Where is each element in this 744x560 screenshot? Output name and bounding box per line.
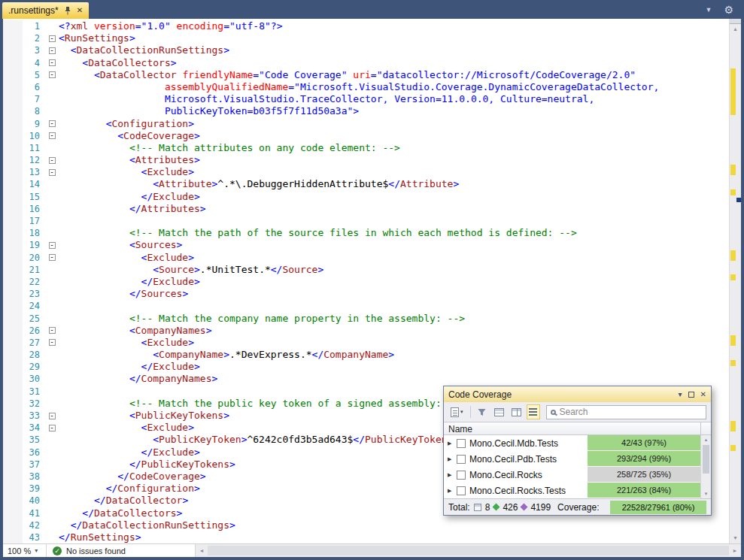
breakpoint-margin[interactable] — [3, 386, 23, 398]
window-position-icon[interactable]: ▾ — [679, 390, 682, 398]
scrollbar-track[interactable] — [730, 35, 741, 533]
breakpoint-margin[interactable] — [3, 215, 23, 227]
breakpoint-margin[interactable] — [3, 422, 23, 434]
fold-collapse-icon[interactable]: - — [49, 59, 56, 66]
code-line[interactable]: 27- <Exclude> — [3, 337, 729, 349]
flat-columns-button[interactable] — [509, 404, 524, 419]
checkbox[interactable] — [457, 439, 466, 448]
code-line[interactable]: 5- <DataCollector friendlyName="Code Cov… — [3, 69, 729, 81]
breakpoint-margin[interactable] — [3, 459, 23, 471]
scrollbar-thumb[interactable] — [208, 546, 729, 555]
code-line[interactable]: 29 </Exclude> — [3, 361, 729, 373]
code-line[interactable]: 11 <!-- Match attributes on any code ele… — [3, 142, 729, 154]
name-column-header[interactable]: Name — [444, 422, 700, 434]
breakpoint-margin[interactable] — [3, 519, 23, 531]
code-line[interactable]: 6 assemblyQualifiedName="Microsoft.Visua… — [3, 81, 729, 93]
code-line[interactable]: 28 <CompanyName>.*DevExpress.*</CompanyN… — [3, 349, 729, 361]
horizontal-scrollbar[interactable]: ◄ ► — [196, 544, 741, 557]
search-box[interactable] — [546, 405, 706, 419]
breakpoint-margin[interactable] — [3, 313, 23, 325]
expander-icon[interactable]: ▶ — [448, 440, 453, 446]
fold-collapse-icon[interactable]: - — [49, 425, 56, 431]
scroll-down-icon[interactable]: ▼ — [701, 489, 711, 498]
breakpoint-margin[interactable] — [3, 118, 23, 130]
breakpoint-margin[interactable] — [3, 471, 23, 483]
scroll-up-icon[interactable]: ▲ — [701, 435, 711, 444]
code-line[interactable]: 21 <Source>.*UnitTest.*</Source> — [3, 264, 729, 276]
breakpoint-margin[interactable] — [3, 495, 23, 507]
coverage-row[interactable]: ▶Mono.Cecil.Pdb.Tests293/294 (99%) — [444, 451, 700, 467]
breakpoint-margin[interactable] — [3, 191, 23, 203]
breakpoint-margin[interactable] — [3, 20, 23, 32]
code-line[interactable]: 8 PublicKeyToken=b03f5f7f11d50a3a"> — [3, 105, 729, 117]
fold-collapse-icon[interactable]: - — [49, 47, 56, 54]
chevron-down-icon[interactable]: ▼ — [706, 6, 712, 14]
breakpoint-margin[interactable] — [3, 142, 23, 154]
code-line[interactable]: 16 </Attributes> — [3, 203, 729, 215]
coverage-row[interactable]: ▶Mono.Cecil.Rocks.Tests221/263 (84%) — [444, 483, 700, 498]
breakpoint-margin[interactable] — [3, 434, 23, 446]
code-line[interactable]: 17 — [3, 215, 729, 227]
code-line[interactable]: 20- <Exclude> — [3, 252, 729, 264]
coverage-panel-titlebar[interactable]: Code Coverage ▾ ✕ — [444, 386, 711, 402]
breakpoint-margin[interactable] — [3, 69, 23, 81]
code-line[interactable]: 43</RunSettings> — [3, 531, 729, 543]
code-line[interactable]: 1<?xml version="1.0" encoding="utf-8"?> — [3, 20, 729, 32]
breakpoint-margin[interactable] — [3, 507, 23, 519]
breakpoint-margin[interactable] — [3, 398, 23, 410]
code-line[interactable]: 25 <!-- Match the company name property … — [3, 313, 729, 325]
code-line[interactable]: 19- <Sources> — [3, 239, 729, 251]
close-icon[interactable]: ✕ — [700, 390, 706, 398]
code-line[interactable]: 3- <DataCollectionRunSettings> — [3, 44, 729, 56]
checkbox[interactable] — [457, 471, 466, 480]
coverage-report-button[interactable]: ▾ — [448, 404, 466, 419]
code-line[interactable]: 42 </DataCollectionRunSettings> — [3, 519, 729, 531]
breakpoint-margin[interactable] — [3, 276, 23, 288]
breakpoint-margin[interactable] — [3, 288, 23, 300]
breakpoint-margin[interactable] — [3, 154, 23, 166]
breakpoint-margin[interactable] — [3, 483, 23, 495]
scrollbar-track[interactable] — [208, 544, 729, 557]
fold-collapse-icon[interactable]: - — [49, 169, 56, 176]
fold-collapse-icon[interactable]: - — [49, 327, 56, 334]
code-line[interactable]: 26- <CompanyNames> — [3, 325, 729, 337]
details-view-button[interactable] — [527, 404, 540, 419]
breakpoint-margin[interactable] — [3, 361, 23, 373]
code-line[interactable]: 23 </Sources> — [3, 288, 729, 300]
close-icon[interactable]: ✕ — [77, 7, 83, 14]
code-line[interactable]: 4- <DataCollectors> — [3, 57, 729, 69]
code-line[interactable]: 12- <Attributes> — [3, 154, 729, 166]
scroll-left-icon[interactable]: ◄ — [196, 544, 208, 557]
breakpoint-margin[interactable] — [3, 93, 23, 105]
fold-collapse-icon[interactable]: - — [49, 339, 56, 346]
coverage-row[interactable]: ▶Mono.Cecil.Rocks258/725 (35%) — [444, 467, 700, 483]
maximize-icon[interactable] — [688, 392, 694, 398]
breakpoint-margin[interactable] — [3, 166, 23, 178]
expander-icon[interactable]: ▶ — [448, 456, 453, 462]
breakpoint-margin[interactable] — [3, 81, 23, 93]
breakpoint-margin[interactable] — [3, 130, 23, 142]
code-line[interactable]: 14 <Attribute>^.*\.DebuggerHiddenAttribu… — [3, 178, 729, 190]
breakpoint-margin[interactable] — [3, 349, 23, 361]
code-line[interactable]: 24 — [3, 300, 729, 312]
breakpoint-margin[interactable] — [3, 531, 23, 543]
expander-icon[interactable]: ▶ — [448, 472, 453, 478]
breakpoint-margin[interactable] — [3, 446, 23, 459]
breakpoint-margin[interactable] — [3, 32, 23, 44]
scroll-right-icon[interactable]: ► — [729, 544, 741, 557]
breakpoint-margin[interactable] — [3, 410, 23, 422]
fold-collapse-icon[interactable]: - — [49, 242, 56, 249]
expander-icon[interactable]: ▶ — [448, 488, 453, 494]
fold-collapse-icon[interactable]: - — [49, 132, 56, 139]
code-line[interactable]: 18 <!-- Match the path of the source fil… — [3, 227, 729, 239]
code-line[interactable]: 10- <CodeCoverage> — [3, 130, 729, 142]
code-line[interactable]: 22 </Exclude> — [3, 276, 729, 288]
breakpoint-margin[interactable] — [3, 57, 23, 69]
group-columns-button[interactable] — [492, 404, 506, 419]
code-line[interactable]: 13- <Exclude> — [3, 166, 729, 178]
code-line[interactable]: 2-<RunSettings> — [3, 32, 729, 44]
coverage-scrollbar[interactable]: ▲ ▼ — [700, 435, 711, 498]
breakpoint-margin[interactable] — [3, 264, 23, 276]
breakpoint-margin[interactable] — [3, 105, 23, 117]
fold-collapse-icon[interactable]: - — [49, 71, 56, 78]
